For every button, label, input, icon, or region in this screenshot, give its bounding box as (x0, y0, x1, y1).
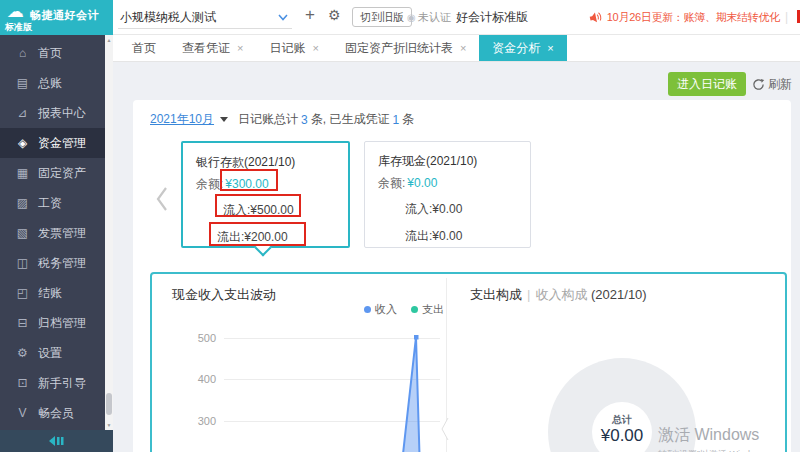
sidebar-item-label: 畅会员 (38, 405, 74, 422)
tab-journal[interactable]: 日记账× (256, 35, 331, 61)
sidebar-item-closing[interactable]: ◰结账 (0, 278, 105, 308)
close-icon[interactable]: × (312, 42, 318, 54)
close-icon[interactable]: × (460, 42, 466, 54)
cert-status-label: 未认证 (418, 11, 451, 23)
invoice-icon: ▧ (15, 226, 30, 240)
legend-expense[interactable]: 支出 (411, 302, 444, 317)
sidebar-item-invoice-management[interactable]: ▧发票管理 (0, 218, 105, 248)
period-selector[interactable]: 2021年10月 (150, 111, 214, 128)
balance-label: 余额: (378, 176, 405, 190)
speaker-icon (588, 9, 603, 24)
donut-center-value: ¥0.00 (577, 426, 667, 446)
company-selector-value: 小规模纳税人测试 (120, 10, 216, 24)
sidebar-item-label: 新手引导 (38, 375, 86, 392)
refresh-button[interactable]: 刷新 (752, 76, 792, 93)
money-bag-icon: ◈ (15, 136, 30, 150)
title-separator: | (527, 287, 530, 302)
scrollbar-thumb[interactable] (106, 393, 112, 415)
tab-label: 资金分析 (492, 40, 540, 57)
y-axis-tick: 400 (186, 373, 216, 385)
archive-box-icon: ⊟ (15, 316, 30, 330)
sidebar-item-salary[interactable]: ▨工资 (0, 188, 105, 218)
tab-label: 日记账 (269, 40, 305, 57)
sidebar-item-settings[interactable]: ⚙设置 (0, 338, 105, 368)
add-account-set-button[interactable]: + (305, 5, 315, 25)
sidebar-item-label: 发票管理 (38, 225, 86, 242)
scroll-down-icon[interactable]: ▼ (105, 422, 113, 428)
sidebar-menu: ⌂首页 ▤总账 ⊿报表中心 ◈资金管理 ▦固定资产 ▨工资 ▧发票管理 ◫税务管… (0, 38, 105, 428)
flow-chart-title: 现金收入支出波动 (172, 286, 276, 304)
sidebar-scrollbar[interactable]: ▲ ▼ (105, 35, 113, 430)
data-point-marker (414, 335, 419, 340)
sidebar-item-home[interactable]: ⌂首页 (0, 38, 105, 68)
carousel-prev-button[interactable] (155, 186, 169, 216)
salary-icon: ▨ (15, 196, 30, 210)
inflow-row: 流入:¥0.00 (405, 201, 462, 218)
enter-journal-button[interactable]: 进入日记账 (668, 72, 746, 96)
sidebar-item-member[interactable]: V畅会员 (0, 398, 105, 428)
y-axis-tick: 300 (186, 415, 216, 427)
tab-bar: 首页 查看凭证× 日记账× 固定资产折旧统计表× 资金分析× (113, 35, 800, 62)
highlight-box-inflow (215, 194, 301, 217)
gear-icon[interactable]: ⚙ (328, 7, 341, 23)
sidebar-item-label: 设置 (38, 345, 62, 362)
voucher-count: 1 (392, 113, 399, 127)
cert-status: ◉未认证 (407, 10, 451, 25)
sidebar-item-tax-management[interactable]: ◫税务管理 (0, 248, 105, 278)
announcement-link[interactable]: 10月26日更新：账簿、期末结转优化 | (589, 0, 788, 34)
building-icon: ▦ (15, 166, 30, 180)
composition-period: (2021/10) (591, 287, 647, 302)
report-chart-icon: ⊿ (15, 106, 30, 120)
summary-text: 条 (402, 111, 414, 128)
account-card-cash[interactable]: 库存现金(2021/10) 余额:¥0.00 流入:¥0.00 流出:¥0.00 (364, 141, 531, 248)
chevron-left-icon (155, 186, 169, 212)
divider-collapse-handle[interactable] (440, 418, 450, 440)
tab-label: 固定资产折旧统计表 (345, 40, 453, 57)
legend-label: 收入 (375, 302, 397, 317)
outflow-row: 流出:¥0.00 (405, 228, 462, 245)
home-icon: ⌂ (15, 46, 30, 60)
expense-composition-toggle[interactable]: 支出构成 (470, 287, 522, 302)
tab-funds-analysis[interactable]: 资金分析× (479, 35, 566, 61)
announcement-divider: | (785, 10, 788, 24)
close-icon[interactable]: × (547, 42, 553, 54)
tab-depreciation-report[interactable]: 固定资产折旧统计表× (332, 35, 479, 61)
chart-legend: 收入 支出 (364, 302, 444, 317)
sidebar-item-report-center[interactable]: ⊿报表中心 (0, 98, 105, 128)
announcement-text: 10月26日更新：账簿、期末结转优化 (607, 10, 780, 25)
windows-watermark-line2: 转到“设置”以激活 Windows。 (658, 448, 775, 452)
sidebar-item-fixed-assets[interactable]: ▦固定资产 (0, 158, 105, 188)
sidebar-item-label: 税务管理 (38, 255, 86, 272)
sidebar-item-label: 归档管理 (38, 315, 86, 332)
sidebar-item-label: 首页 (38, 45, 62, 62)
product-name: 好会计标准版 (456, 9, 528, 26)
switch-old-version-button[interactable]: 切到旧版 (352, 7, 412, 27)
sidebar-item-label: 固定资产 (38, 165, 86, 182)
summary-text: 条, 已生成凭证 (311, 111, 390, 128)
card-title: 库存现金(2021/10) (378, 153, 477, 170)
sidebar-item-label: 资金管理 (38, 135, 86, 152)
sidebar-item-archive-management[interactable]: ⊟归档管理 (0, 308, 105, 338)
badge-icon: ◉ (407, 12, 416, 23)
sidebar-item-general-ledger[interactable]: ▤总账 (0, 68, 105, 98)
sidebar-item-funds-management[interactable]: ◈资金管理 (0, 128, 105, 158)
sidebar-collapse-button[interactable] (0, 430, 113, 452)
tab-home[interactable]: 首页 (119, 35, 169, 61)
sidebar-item-beginner-guide[interactable]: ⊡新手引导 (0, 368, 105, 398)
donut-center-label: 总计 (582, 413, 662, 427)
top-bar: ☁ 畅捷通好会计 标准版 小规模纳税人测试 + ⚙ 切到旧版 ◉未认证 好会计标… (0, 0, 800, 35)
legend-income[interactable]: 收入 (364, 302, 397, 317)
collapse-sidebar-icon (49, 436, 65, 446)
income-composition-toggle[interactable]: 收入构成 (535, 287, 587, 302)
scroll-up-icon[interactable]: ▲ (105, 37, 113, 43)
expense-dot-icon (411, 306, 418, 313)
settings-gear-icon: ⚙ (15, 346, 30, 360)
app-logo: ☁ 畅捷通好会计 标准版 (0, 0, 113, 35)
period-caret-icon[interactable] (220, 117, 228, 122)
company-selector[interactable]: 小规模纳税人测试 (118, 5, 292, 29)
sidebar-item-label: 工资 (38, 195, 62, 212)
tab-view-voucher[interactable]: 查看凭证× (169, 35, 256, 61)
income-dot-icon (364, 306, 371, 313)
guide-icon: ⊡ (15, 376, 30, 390)
close-icon[interactable]: × (237, 42, 243, 54)
